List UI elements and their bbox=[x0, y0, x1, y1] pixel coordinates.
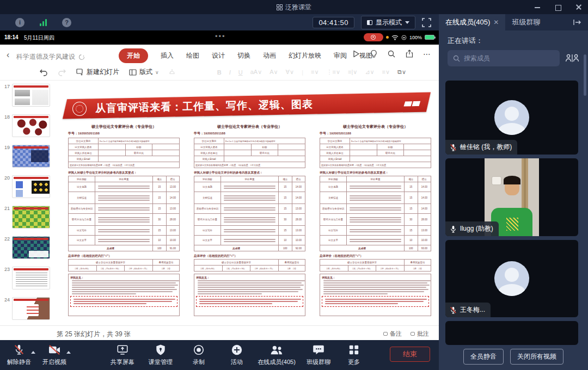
camera-off-icon bbox=[29, 343, 79, 356]
sidebar-scrollbar[interactable] bbox=[584, 54, 586, 96]
member-tile-1[interactable]: 雒佳铭 (我，教师) bbox=[445, 81, 578, 155]
thumbnail-preview[interactable] bbox=[12, 206, 50, 229]
member-video-list: 雒佳铭 (我，教师) llugg (助教) 王冬梅... bbox=[445, 81, 581, 345]
share-icon[interactable] bbox=[405, 50, 414, 58]
new-slide-button[interactable]: 新建幻灯片 bbox=[76, 67, 119, 77]
minimize-icon[interactable] bbox=[534, 3, 541, 11]
tab-class-chat[interactable]: 班级群聊 bbox=[505, 14, 547, 30]
thumbnail-preview[interactable] bbox=[12, 297, 50, 320]
search-icon[interactable] bbox=[387, 50, 396, 58]
ppt-tab-5[interactable]: 动画 bbox=[263, 48, 276, 63]
pointer-icon[interactable] bbox=[169, 69, 175, 76]
member-name-badge: 王冬梅... bbox=[445, 303, 491, 317]
ppt-tab-0[interactable]: 开始 bbox=[119, 48, 148, 63]
member-tile-4[interactable] bbox=[445, 321, 578, 345]
grid-icon bbox=[329, 343, 379, 356]
form-info-table: 学位论文题目Fe-Co-C 合金中碳化物析出行为的相场模拟与实验研究 论文评阅人… bbox=[194, 138, 305, 168]
notes-toggle[interactable]: 备注 bbox=[383, 330, 402, 338]
thumbnail-number: 18 bbox=[1, 114, 10, 120]
overall-table: 硕士学位论文质量等级评定是否同意答辩 □优（总分≥90）□良（75≤总分＜90）… bbox=[194, 259, 305, 272]
ppt-status-bar: 第 25 张幻灯片，共 39 张 备注 批注 bbox=[0, 325, 439, 340]
thumbnail-preview[interactable] bbox=[12, 114, 50, 137]
collapse-panel-icon[interactable] bbox=[573, 14, 588, 30]
layout-icon bbox=[129, 69, 137, 76]
undo-icon[interactable] bbox=[39, 69, 48, 76]
thumbnail-preview[interactable] bbox=[12, 175, 50, 198]
toolbar-camera-off-button[interactable]: 开启视频 bbox=[29, 343, 79, 366]
help-icon[interactable]: ? bbox=[62, 18, 71, 27]
slide-thumbnail-24[interactable]: 24 bbox=[0, 296, 53, 324]
sort-members-icon[interactable] bbox=[565, 53, 579, 63]
form-title: 硕士学位论文专家评分表（专业学位） bbox=[320, 124, 431, 130]
notes-icon bbox=[383, 332, 388, 336]
layout-button[interactable]: 版式 ∨ bbox=[129, 67, 159, 77]
member-name: 王冬梅... bbox=[460, 305, 485, 314]
member-tile-3[interactable]: 王冬梅... bbox=[445, 240, 578, 317]
mic-icon bbox=[450, 225, 457, 233]
member-name-badge: 雒佳铭 (我，教师) bbox=[445, 140, 517, 155]
score-section-title: 评阅人对硕士学位论文评分时的参考内容及其要点： bbox=[194, 171, 305, 175]
search-input[interactable]: 搜索成员 bbox=[448, 50, 560, 66]
close-members-tab-icon[interactable]: ✕ bbox=[493, 18, 499, 26]
redo-icon[interactable] bbox=[58, 69, 66, 76]
play-icon[interactable] bbox=[352, 50, 360, 58]
slide-position: 第 25 张幻灯片，共 39 张 bbox=[57, 330, 131, 339]
slide-thumbnail-17[interactable]: 17 bbox=[0, 83, 53, 111]
close-icon[interactable] bbox=[575, 3, 583, 11]
signal-icon[interactable] bbox=[40, 19, 47, 26]
end-class-button[interactable]: 结束 bbox=[390, 347, 430, 362]
slide-thumbnail-18[interactable]: 18 bbox=[0, 113, 53, 141]
device-date: 5月11日周四 bbox=[24, 34, 54, 42]
mute-all-button[interactable]: 全员静音 bbox=[463, 349, 504, 365]
class-timer: 04:41:50 bbox=[313, 17, 354, 28]
score-section-title: 评阅人对硕士学位论文评分时的参考内容及其要点： bbox=[320, 171, 431, 175]
ppt-tab-6[interactable]: 幻灯片放映 bbox=[289, 48, 321, 63]
slide-thumbnail-23[interactable]: 23 bbox=[0, 266, 53, 294]
thumbnail-preview[interactable] bbox=[12, 236, 50, 259]
ppt-tab-2[interactable]: 绘图 bbox=[186, 48, 199, 63]
annotate-toggle[interactable]: 批注 bbox=[411, 330, 429, 338]
display-mode-icon bbox=[367, 20, 372, 25]
slide-thumbnail-panel[interactable]: 171819202122232425 bbox=[0, 81, 53, 325]
back-chevron-icon[interactable]: ‹ bbox=[7, 50, 9, 60]
app-logo-icon bbox=[277, 4, 283, 10]
bottom-toolbar: 解除静音 开启视频 共享屏幕 课堂管理 录制 活动 在线成员(405) 班级群聊… bbox=[0, 340, 439, 370]
speaking-label: 正在讲话： bbox=[448, 36, 483, 46]
slide-thumbnail-20[interactable]: 20 bbox=[0, 174, 53, 202]
score-table: 评价指标评价要素 满分得分 论文选题 1513.00 文献综述 1514.00 … bbox=[68, 176, 180, 251]
ppt-tab-3[interactable]: 设计 bbox=[212, 48, 225, 63]
close-all-video-button[interactable]: 关闭所有视频 bbox=[510, 349, 564, 365]
university-seal-icon bbox=[72, 102, 87, 116]
more-icon[interactable]: ⋯ bbox=[423, 50, 431, 58]
highlighted-comment-box bbox=[70, 296, 177, 307]
info-icon[interactable]: i bbox=[15, 18, 24, 27]
review-opinion: 评阅意见： bbox=[320, 274, 431, 316]
member-name: llugg (助教) bbox=[460, 224, 493, 233]
tab-online-members[interactable]: 在线成员(405) ✕ bbox=[439, 14, 505, 30]
slide-thumbnail-19[interactable]: 19 bbox=[0, 144, 53, 172]
highlighted-comment-box bbox=[322, 296, 429, 307]
device-time: 18:14 bbox=[4, 34, 19, 40]
display-mode-button[interactable]: 显示模式 bbox=[361, 16, 415, 29]
ppt-ribbon: ‹ 科学道德及学风建设 开始插入绘图设计切换动画幻灯片放映审阅视图 ⋯ bbox=[0, 45, 439, 66]
ppt-tab-7[interactable]: 审阅 bbox=[334, 48, 347, 63]
app-title-text: 泛雅课堂 bbox=[285, 3, 311, 12]
ppt-tab-4[interactable]: 切换 bbox=[237, 48, 250, 63]
slide-thumbnail-21[interactable]: 21 bbox=[0, 205, 53, 233]
thumbnail-preview[interactable] bbox=[12, 145, 50, 168]
fullscreen-icon[interactable] bbox=[422, 18, 431, 27]
maximize-icon[interactable] bbox=[554, 3, 562, 11]
toolbar-grid-button[interactable]: 更多 bbox=[329, 343, 379, 366]
thumbnail-preview[interactable] bbox=[12, 84, 50, 107]
ppt-tab-1[interactable]: 插入 bbox=[161, 48, 174, 63]
slide-thumbnail-22[interactable]: 22 bbox=[0, 235, 53, 263]
lightbulb-icon[interactable] bbox=[370, 50, 378, 58]
form-title: 硕士学位论文专家评分表（专业学位） bbox=[68, 124, 180, 130]
recording-pill-icon bbox=[364, 33, 383, 41]
member-tile-2[interactable]: llugg (助教) bbox=[445, 158, 578, 236]
shapes-icon[interactable]: ⧉∨ bbox=[397, 69, 406, 76]
thumbnail-preview[interactable] bbox=[12, 267, 50, 289]
review-form-3: 硕士学位论文专家评分表（专业学位） 学号：192005201188 学位论文题目… bbox=[320, 124, 431, 316]
toolbar-label: 开启视频 bbox=[29, 358, 79, 366]
caret-up-icon[interactable] bbox=[66, 351, 71, 354]
